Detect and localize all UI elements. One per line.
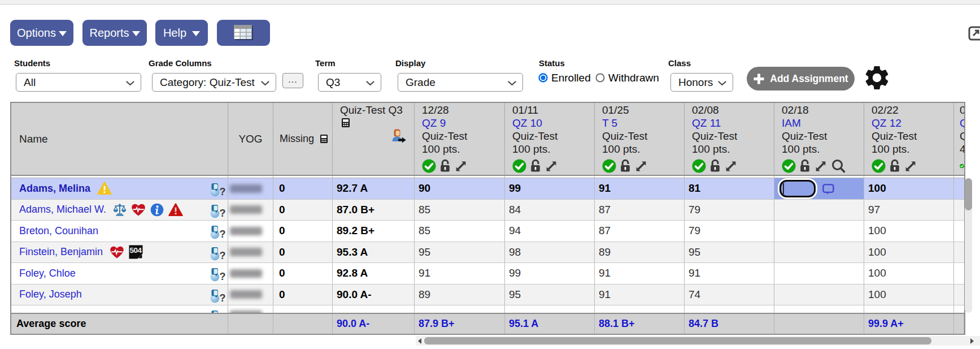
svg-text:?: ? [220, 207, 226, 218]
svg-text:?: ? [220, 249, 226, 261]
svg-text:504: 504 [130, 246, 142, 255]
svg-text:?: ? [220, 271, 226, 282]
svg-text:?: ? [220, 186, 226, 197]
svg-text:?: ? [220, 229, 226, 240]
svg-text:?: ? [220, 292, 226, 303]
